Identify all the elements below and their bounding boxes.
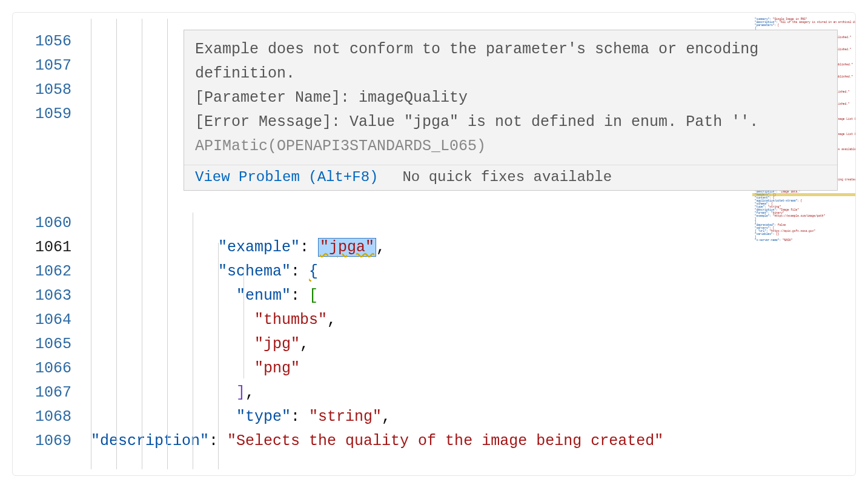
line-number-current[interactable]: 1061 — [13, 236, 71, 260]
line-number[interactable]: 1057 — [13, 54, 71, 78]
code-line[interactable]: "type": "string", — [82, 405, 752, 429]
code-area[interactable]: Example does not conform to the paramete… — [82, 13, 752, 475]
diagnostic-message: Example does not conform to the paramete… — [184, 30, 837, 165]
line-number[interactable]: 1060 — [13, 211, 71, 236]
view-problem-link[interactable]: View Problem (Alt+F8) — [195, 169, 378, 185]
json-key: "schema" — [218, 263, 291, 280]
code-line[interactable]: "example": "jpga", — [82, 236, 752, 260]
line-number[interactable]: 1064 — [13, 308, 71, 332]
line-number[interactable]: 1058 — [13, 78, 71, 102]
minimap-line: "x-server-name": "NASA" — [755, 239, 853, 242]
json-string-selected: "jpga" — [320, 239, 374, 256]
line-number-gutter: 1056 1057 1058 1059 1060 1061 1062 1063 … — [13, 13, 82, 475]
code-line[interactable] — [82, 211, 752, 236]
code-line[interactable]: "description": "Selects the quality of t… — [82, 429, 752, 476]
line-number[interactable]: 1063 — [13, 284, 71, 308]
line-number[interactable]: 1062 — [13, 260, 71, 284]
diagnostic-tooltip: Example does not conform to the paramete… — [184, 30, 838, 191]
code-line[interactable]: "png" — [82, 357, 752, 381]
line-number[interactable]: 1067 — [13, 381, 71, 405]
line-number[interactable]: 1068 — [13, 405, 71, 429]
line-number[interactable]: 1056 — [13, 30, 71, 54]
tooltip-rule-id: APIMatic(OPENAPI3STANDARDS_L065) — [195, 137, 486, 155]
json-key: "description" — [91, 432, 209, 450]
code-line[interactable]: "enum": [ — [82, 284, 752, 308]
no-quick-fixes-label: No quick fixes available — [402, 169, 612, 185]
json-key: "enum" — [236, 287, 291, 305]
tooltip-text-line: [Parameter Name]: imageQuality — [195, 89, 468, 107]
line-number[interactable]: 1066 — [13, 357, 71, 381]
line-number[interactable]: 1065 — [13, 332, 71, 357]
tooltip-text-line: Example does not conform to the paramete… — [195, 41, 758, 82]
json-string: "string" — [309, 408, 382, 426]
line-number[interactable]: 1069 — [13, 429, 71, 453]
minimap-warning-marker — [752, 193, 855, 196]
code-line[interactable]: ], — [82, 381, 752, 405]
tooltip-text-line: [Error Message]: Value "jpga" is not def… — [195, 113, 758, 131]
json-string: "png" — [254, 360, 300, 377]
json-key: "type" — [236, 408, 291, 426]
json-string: "Selects the quality of the image being … — [227, 432, 663, 450]
code-line[interactable]: "jpg", — [82, 332, 752, 357]
code-line[interactable]: "schema": { — [82, 260, 752, 284]
json-key: "example" — [218, 239, 300, 256]
json-string: "thumbs" — [254, 311, 327, 329]
json-string: "jpg" — [254, 335, 300, 353]
code-editor: 1056 1057 1058 1059 1060 1061 1062 1063 … — [12, 12, 856, 476]
code-line[interactable]: "thumbs", — [82, 308, 752, 332]
line-number[interactable]: 1059 — [13, 102, 71, 127]
